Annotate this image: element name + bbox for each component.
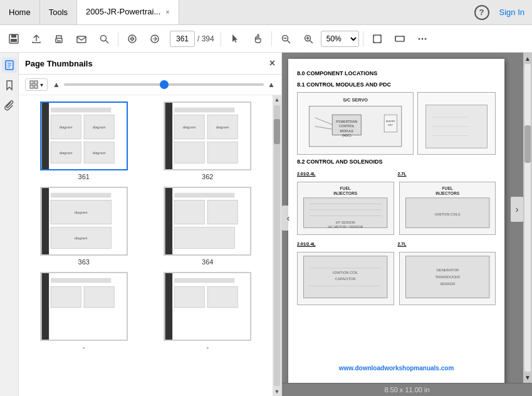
toolbar-sep-3: [271, 31, 272, 46]
fit-width-button[interactable]: [390, 29, 410, 49]
page-input-group: / 394: [170, 31, 214, 47]
page-total: / 394: [197, 34, 214, 43]
thumbnail-label-363: 363: [78, 258, 90, 266]
cursor-tool-button[interactable]: [225, 29, 245, 49]
sidebar-icon-bookmarks[interactable]: [2, 78, 17, 93]
svg-text:CONTROL: CONTROL: [339, 125, 355, 128]
svg-point-22: [421, 38, 423, 39]
diagram-row-1: FUEL INJECTORS IAT SENSOR IAC MOTOR / SE…: [297, 182, 496, 235]
pdf-footer: 8.50 x 11.00 in: [282, 383, 532, 396]
upload-button[interactable]: [26, 29, 46, 49]
sidebar-icon-attachments[interactable]: [2, 98, 17, 113]
tab-tools-label: Tools: [49, 8, 68, 17]
scrollbar-up[interactable]: ▲: [523, 54, 532, 63]
thumbnails-header: Page Thumbnails ×: [19, 53, 281, 75]
pdf-scroll[interactable]: 8.0 COMPONENT LOCATIONS 8.1 CONTROL MODU…: [282, 53, 511, 383]
scrollbar-track: [524, 64, 531, 372]
thumb-scroll-down[interactable]: ▼: [273, 387, 281, 396]
svg-text:GENERATOR: GENERATOR: [436, 268, 459, 272]
svg-rect-63: [207, 200, 237, 224]
svg-rect-20: [395, 36, 404, 41]
svg-text:IAC MOTOR / SENSOR: IAC MOTOR / SENSOR: [328, 226, 363, 229]
zoom-select[interactable]: 25% 50% 75% 100%: [321, 31, 359, 47]
tab-doc-label: 2005-JR-Powertrai...: [86, 7, 160, 16]
svg-text:diagram: diagram: [92, 151, 105, 155]
thumbnail-label-361: 361: [78, 173, 90, 180]
diagram-pcm: S/C SERVO POWERTRAIN CONTROL MODULE (NGC…: [297, 92, 414, 155]
page-input[interactable]: [170, 31, 195, 47]
pdf-page: 8.0 COMPONENT LOCATIONS 8.1 CONTROL MODU…: [288, 59, 504, 383]
tab-doc[interactable]: 2005-JR-Powertrai... ×: [77, 0, 179, 24]
svg-rect-69: [84, 286, 114, 308]
toolbar-sep-4: [363, 31, 363, 46]
toolbar-sep-1: [118, 31, 118, 46]
save-button[interactable]: [4, 29, 24, 49]
thumbnail-image-365: [40, 272, 128, 341]
svg-rect-34: [51, 108, 111, 113]
svg-rect-53: [41, 188, 49, 254]
tab-home[interactable]: Home: [0, 0, 40, 24]
thumbnail-image-362: diagram diagram: [164, 102, 251, 170]
sign-in-button[interactable]: Sign In: [499, 8, 524, 17]
thumbnail-image-364: [164, 187, 251, 256]
diagram-row-2: IGNITION COIL CAPACITOR: [297, 252, 496, 305]
thumbnails-close-button[interactable]: ×: [269, 58, 275, 69]
svg-text:diagram: diagram: [216, 125, 229, 129]
thumb-scroll-up[interactable]: ▲: [273, 95, 281, 104]
svg-text:KEY: KEY: [389, 124, 394, 127]
email-button[interactable]: [71, 29, 91, 49]
thumb-scroll-thumb[interactable]: [274, 119, 280, 144]
tab-spacer: [179, 0, 467, 24]
svg-point-6: [56, 39, 57, 39]
svg-text:IGNITION COIL: IGNITION COIL: [333, 271, 358, 275]
svg-rect-67: [51, 278, 111, 283]
thumbnail-item-361[interactable]: diagram diagram diagram diagram 361: [25, 102, 143, 180]
svg-text:S/C SERVO: S/C SERVO: [343, 97, 368, 103]
diagram-sentry: SENTRY KEY IMMOBILIZER MODULE: [417, 92, 496, 155]
thumbnail-item-363[interactable]: diagram diagram 363: [25, 187, 143, 266]
svg-rect-66: [41, 273, 49, 340]
thumb-view-button[interactable]: ▾: [25, 78, 48, 91]
svg-text:diagram: diagram: [59, 151, 72, 155]
thumbnails-title: Page Thumbnails: [25, 59, 93, 68]
title-bar-right: ? Sign In: [467, 0, 532, 24]
svg-text:FUEL: FUEL: [340, 187, 351, 191]
diagram-27-1: FUEL INJECTORS IGNITION COILS: [399, 182, 496, 235]
tab-close-icon[interactable]: ×: [165, 8, 169, 16]
svg-point-23: [424, 38, 426, 39]
thumbnail-item-365[interactable]: -: [25, 272, 143, 351]
thumbnails-panel: Page Thumbnails × ▾ ▲ ▲: [19, 53, 282, 396]
pdf-nav-right[interactable]: ›: [511, 197, 523, 222]
thumbnail-item-366[interactable]: -: [149, 272, 267, 351]
scrollbar-thumb[interactable]: [524, 125, 531, 163]
toolbar: / 394 25% 50% 75% 100%: [0, 25, 532, 53]
pdf-nav-left[interactable]: ‹: [282, 206, 295, 231]
help-button[interactable]: ?: [474, 5, 489, 20]
thumb-size-slider[interactable]: ▲ ▲: [53, 80, 275, 89]
tab-tools[interactable]: Tools: [40, 0, 77, 24]
more-button[interactable]: [412, 29, 432, 49]
next-page-button[interactable]: [145, 29, 165, 49]
svg-rect-4: [57, 40, 61, 41]
svg-text:INJECTORS: INJECTORS: [333, 191, 358, 195]
thumbnail-item-362[interactable]: diagram diagram 362: [149, 102, 267, 180]
sub-201-241-label: 2.01/2.4L: [297, 171, 395, 177]
fit-page-button[interactable]: [367, 29, 387, 49]
svg-rect-44: [165, 103, 173, 169]
svg-rect-68: [51, 286, 81, 308]
hand-tool-button[interactable]: [248, 29, 268, 49]
search-button[interactable]: [94, 29, 114, 49]
zoom-out-button[interactable]: [276, 29, 296, 49]
print-button[interactable]: [49, 29, 69, 49]
svg-text:INJECTORS: INJECTORS: [436, 191, 460, 195]
zoom-in-button[interactable]: [298, 29, 318, 49]
svg-text:diagram: diagram: [75, 236, 88, 240]
thumbnails-grid: diagram diagram diagram diagram 361: [19, 95, 273, 396]
prev-page-button[interactable]: [122, 29, 142, 49]
slider-track: [64, 83, 264, 86]
scrollbar-down[interactable]: ▼: [523, 373, 532, 382]
sub-201-241-2: 2.01/2.4L: [297, 241, 395, 247]
thumbnail-item-364[interactable]: 364: [149, 187, 267, 266]
slider-thumb[interactable]: [160, 80, 169, 89]
sidebar-icon-pages[interactable]: [2, 58, 17, 73]
